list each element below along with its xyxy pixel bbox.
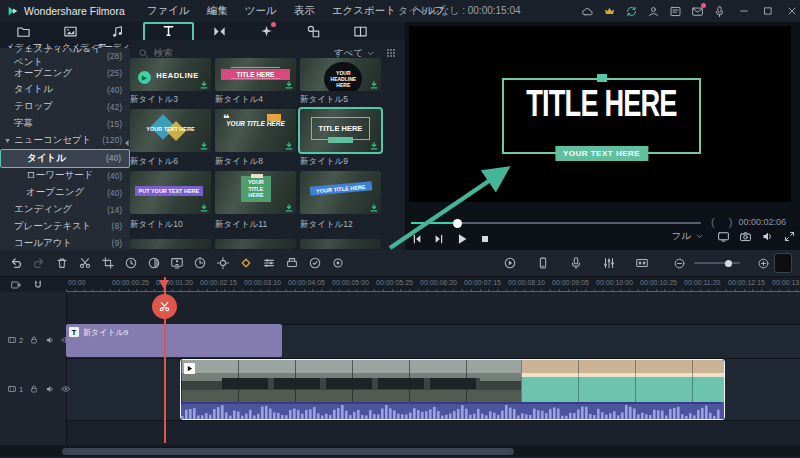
badge-check-button[interactable]: [308, 256, 322, 270]
speaker-toggle[interactable]: [45, 335, 55, 345]
camera-button[interactable]: [739, 230, 752, 243]
menu-ファイル[interactable]: ファイル: [147, 4, 190, 18]
download-icon[interactable]: [199, 80, 209, 90]
template-thumb-新タイトル4[interactable]: TITLE HERE: [215, 58, 296, 91]
title-clip[interactable]: T 新タイトル9: [66, 324, 282, 357]
grid-view-icon[interactable]: [385, 47, 397, 59]
sidebar-item-ニューコンセプト[interactable]: ▼ニューコンセプト(120): [0, 132, 130, 149]
video-clip[interactable]: [180, 359, 725, 420]
keyframe-button[interactable]: [239, 256, 253, 270]
seek-bar[interactable]: [411, 222, 701, 224]
minimize-button[interactable]: [738, 5, 750, 17]
menu-表示[interactable]: 表示: [294, 4, 315, 18]
adjust-button[interactable]: [262, 256, 276, 270]
board-icon[interactable]: [669, 5, 682, 18]
sidebar-item-オープニング[interactable]: オープニング(40): [0, 184, 130, 201]
sidebar-item-テロップ[interactable]: テロップ(42): [0, 98, 130, 115]
search-icon[interactable]: [138, 48, 149, 59]
film-toggle[interactable]: [7, 335, 17, 345]
user-icon[interactable]: [647, 5, 660, 18]
split-playhead-button[interactable]: [152, 294, 177, 319]
scrollbar-thumb[interactable]: [62, 448, 514, 455]
mixer-button[interactable]: [602, 256, 616, 270]
menu-エクスポート[interactable]: エクスポート: [332, 4, 396, 18]
download-icon[interactable]: [284, 203, 294, 213]
cloud-icon[interactable]: [581, 5, 594, 18]
film-toggle[interactable]: [7, 384, 17, 394]
template-thumb-新タイトル3[interactable]: ▶HEADLINE: [130, 58, 211, 91]
seek-handle[interactable]: [453, 219, 462, 228]
mic-button[interactable]: [569, 256, 583, 270]
download-icon[interactable]: [199, 141, 209, 151]
template-thumb-新タイトル11[interactable]: YOUR TITLE HERE: [215, 171, 296, 214]
template-thumb-新タイトル5[interactable]: YOUR HEADLINE HERE: [300, 58, 381, 91]
chroma-button[interactable]: [147, 256, 161, 270]
template-thumb-新タイトル12[interactable]: YOUR TITLE HERE: [300, 171, 381, 214]
crop-button[interactable]: [101, 256, 115, 270]
download-icon[interactable]: [369, 141, 379, 151]
sidebar-item-エンディング[interactable]: エンディング(14): [0, 201, 130, 218]
sidebar-item-フェスティバル＆イベント[interactable]: フェスティバル＆イベント(28): [0, 48, 130, 65]
template-thumb-新タイトル10[interactable]: PUT YOUR TEXT HERE: [130, 171, 211, 214]
monitor-button[interactable]: [717, 230, 730, 243]
sidebar-collapse-icon[interactable]: [122, 138, 132, 148]
trash-button[interactable]: [55, 256, 69, 270]
template-thumb-新タイトル9[interactable]: TITLE HERE: [300, 109, 381, 152]
clock-button[interactable]: [124, 256, 138, 270]
download-icon[interactable]: [284, 80, 294, 90]
focus-button[interactable]: [216, 256, 230, 270]
zoom-in-icon[interactable]: [757, 257, 770, 270]
timeline-display-button[interactable]: [774, 253, 792, 273]
sidebar-item-字幕[interactable]: 字幕(15): [0, 115, 130, 132]
next-frame-button[interactable]: [433, 233, 445, 245]
sidebar-item-ローワーサード[interactable]: ローワーサード(40): [0, 168, 130, 185]
prev-frame-button[interactable]: [411, 233, 423, 245]
preview-subtitle-text[interactable]: YOUR TEXT HERE: [555, 146, 648, 161]
sidebar-item-タイトル[interactable]: タイトル(40): [0, 149, 130, 168]
download-icon[interactable]: [199, 203, 209, 213]
phone-button[interactable]: [536, 256, 550, 270]
mic-icon[interactable]: [713, 5, 726, 18]
template-thumb-新タイトル8[interactable]: ❝YOUR TITLE HERE: [215, 109, 296, 152]
mail-icon[interactable]: [691, 5, 704, 18]
mark-in-out-icons[interactable]: ( ): [711, 216, 739, 228]
crown-icon[interactable]: [603, 5, 616, 18]
sidebar-item-コールアウト[interactable]: コールアウト(9): [0, 235, 130, 250]
maximize-button[interactable]: [762, 5, 774, 17]
undo-button[interactable]: [9, 256, 23, 270]
screen-user-button[interactable]: [170, 256, 184, 270]
preview-zoom-dropdown[interactable]: フル: [672, 230, 704, 243]
badge-dot-button[interactable]: [331, 256, 345, 270]
expand-button[interactable]: [783, 230, 796, 243]
download-icon[interactable]: [369, 203, 379, 213]
media-add-button[interactable]: [10, 279, 22, 291]
preview-title-text[interactable]: TITLE HERE: [516, 82, 688, 126]
magnet-button[interactable]: [32, 279, 44, 291]
preview-video-area[interactable]: TITLE HERE YOUR TEXT HERE: [409, 26, 791, 202]
sidebar-item-タイトル[interactable]: タイトル(40): [0, 82, 130, 99]
render-button[interactable]: [285, 256, 299, 270]
menu-編集[interactable]: 編集: [207, 4, 228, 18]
timeline-zoom-slider[interactable]: [694, 262, 740, 264]
download-icon[interactable]: [369, 80, 379, 90]
playhead-flag[interactable]: [159, 280, 169, 289]
timeline-ruler[interactable]: 00:0000:00:00:2500:00:01:2000:00:02:1500…: [66, 277, 800, 292]
download-icon[interactable]: [284, 141, 294, 151]
duration-button[interactable]: [193, 256, 207, 270]
speaker-button[interactable]: [761, 230, 774, 243]
stop-button[interactable]: [479, 233, 491, 245]
eye-toggle[interactable]: [61, 384, 71, 394]
speaker-toggle[interactable]: [45, 384, 55, 394]
lock-toggle[interactable]: [29, 384, 39, 394]
play-button[interactable]: [455, 232, 469, 246]
zoom-out-icon[interactable]: [673, 257, 686, 270]
template-thumb-新タイトル6[interactable]: YOUR TEXT HERE: [130, 109, 211, 152]
menu-ツール[interactable]: ツール: [245, 4, 277, 18]
dualbox-button[interactable]: [635, 256, 649, 270]
expand-caret-icon[interactable]: ▼: [4, 137, 11, 144]
sync-icon[interactable]: [625, 5, 638, 18]
close-button[interactable]: [786, 5, 798, 17]
scissors-button[interactable]: [78, 256, 92, 270]
redo-button[interactable]: [32, 256, 46, 270]
lock-toggle[interactable]: [29, 335, 39, 345]
